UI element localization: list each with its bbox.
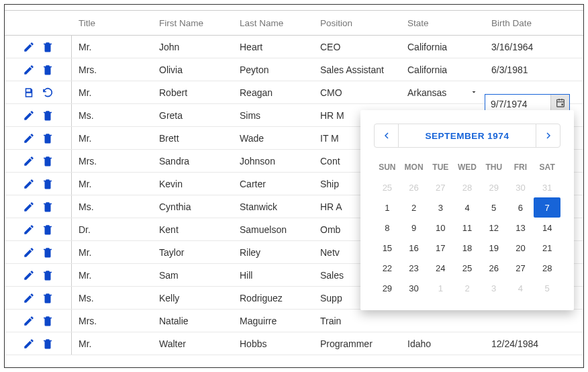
- calendar-day[interactable]: 6: [507, 197, 534, 218]
- calendar-day[interactable]: 15: [374, 238, 401, 258]
- calendar-day[interactable]: 2: [454, 278, 481, 298]
- edit-button[interactable]: [23, 109, 35, 122]
- app-frame: Title First Name Last Name Position Stat…: [4, 4, 584, 368]
- calendar-day[interactable]: 20: [507, 238, 534, 258]
- calendar-day[interactable]: 21: [534, 238, 560, 258]
- calendar-day[interactable]: 30: [507, 177, 534, 197]
- calendar-day[interactable]: 4: [507, 278, 534, 298]
- header-birth-date[interactable]: Birth Date: [485, 11, 575, 35]
- calendar-day[interactable]: 5: [534, 278, 560, 298]
- edit-button[interactable]: [23, 41, 35, 53]
- calendar-day[interactable]: 18: [454, 238, 481, 258]
- calendar-day[interactable]: 12: [481, 218, 507, 238]
- delete-button[interactable]: [42, 246, 54, 259]
- calendar-day[interactable]: 25: [454, 258, 481, 278]
- cell-state: Idaho: [401, 338, 485, 349]
- cell-first-name[interactable]: Robert: [152, 87, 233, 98]
- calendar-day[interactable]: 26: [481, 258, 507, 278]
- cell-title: Ms.: [72, 110, 152, 121]
- delete-button[interactable]: [42, 155, 54, 167]
- cell-title: Mr.: [72, 133, 152, 144]
- delete-button[interactable]: [42, 132, 54, 144]
- calendar-day[interactable]: 27: [427, 177, 454, 197]
- calendar-next-button[interactable]: [536, 124, 560, 147]
- calendar-prev-button[interactable]: [375, 124, 399, 147]
- delete-button[interactable]: [42, 109, 54, 122]
- edit-button[interactable]: [23, 201, 35, 213]
- calendar-day[interactable]: 17: [427, 238, 454, 258]
- calendar-day[interactable]: 1: [374, 197, 401, 218]
- edit-button[interactable]: [23, 338, 35, 350]
- calendar-day[interactable]: 3: [481, 278, 507, 298]
- header-state[interactable]: State: [401, 11, 485, 35]
- calendar-day[interactable]: 29: [374, 278, 401, 298]
- calendar-day[interactable]: 25: [374, 177, 401, 197]
- delete-button[interactable]: [42, 64, 54, 76]
- edit-button[interactable]: [23, 246, 35, 259]
- delete-button[interactable]: [42, 269, 54, 281]
- calendar-day[interactable]: 28: [454, 177, 481, 197]
- calendar-day[interactable]: 10: [427, 218, 454, 238]
- header-first-name[interactable]: First Name: [152, 11, 233, 35]
- delete-button[interactable]: [42, 224, 54, 236]
- delete-button[interactable]: [42, 338, 54, 350]
- calendar-day[interactable]: 24: [427, 258, 454, 278]
- edit-button[interactable]: [23, 224, 35, 236]
- header-title[interactable]: Title: [72, 11, 152, 35]
- calendar-day[interactable]: 13: [507, 218, 534, 238]
- grid-header-row: Title First Name Last Name Position Stat…: [5, 10, 583, 36]
- calendar-day[interactable]: 5: [481, 197, 507, 218]
- edit-button[interactable]: [23, 315, 35, 327]
- calendar-day[interactable]: 3: [427, 197, 454, 218]
- edit-button[interactable]: [23, 269, 35, 281]
- state-dropdown[interactable]: Arkansas: [407, 87, 485, 98]
- calendar-nav: SEPTEMBER 1974: [374, 124, 560, 148]
- calendar-day[interactable]: 27: [507, 258, 534, 278]
- header-position[interactable]: Position: [313, 11, 401, 35]
- header-last-name[interactable]: Last Name: [233, 11, 313, 35]
- edit-button[interactable]: [23, 64, 35, 76]
- row-actions: [5, 81, 72, 103]
- delete-button[interactable]: [42, 201, 54, 213]
- cell-position[interactable]: CMO: [313, 87, 401, 98]
- edit-button[interactable]: [23, 155, 35, 167]
- edit-button[interactable]: [23, 292, 35, 304]
- calendar-day[interactable]: 4: [454, 197, 481, 218]
- chevron-right-icon: [543, 130, 554, 141]
- calendar-day[interactable]: 11: [454, 218, 481, 238]
- calendar-day[interactable]: 29: [481, 177, 507, 197]
- cell-last-name: Hobbs: [233, 338, 313, 349]
- calendar-day[interactable]: 16: [401, 238, 428, 258]
- edit-button[interactable]: [23, 178, 35, 190]
- svg-rect-0: [556, 99, 564, 107]
- cell-title[interactable]: Mr.: [72, 87, 152, 98]
- calendar-day[interactable]: 23: [401, 258, 428, 278]
- calendar-day[interactable]: 31: [534, 177, 560, 197]
- calendar-day[interactable]: 1: [427, 278, 454, 298]
- table-row: Mr.RobertReaganCMOArkansas9/7/1974: [5, 81, 583, 104]
- calendar-week: 891011121314: [374, 218, 560, 238]
- delete-button[interactable]: [42, 41, 54, 53]
- calendar-day[interactable]: 28: [534, 258, 560, 278]
- calendar-day[interactable]: 2: [401, 197, 428, 218]
- calendar-title[interactable]: SEPTEMBER 1974: [399, 131, 536, 141]
- calendar-day[interactable]: 7: [534, 197, 560, 218]
- calendar-day[interactable]: 19: [481, 238, 507, 258]
- calendar-day[interactable]: 30: [401, 278, 428, 298]
- delete-button[interactable]: [42, 292, 54, 304]
- calendar-day[interactable]: 9: [401, 218, 428, 238]
- calendar-day[interactable]: 14: [534, 218, 560, 238]
- calendar-day[interactable]: 22: [374, 258, 401, 278]
- revert-button[interactable]: [42, 87, 54, 99]
- calendar-week: 25262728293031: [374, 177, 560, 197]
- calendar-day[interactable]: 8: [374, 218, 401, 238]
- delete-button[interactable]: [42, 178, 54, 190]
- cell-position: Programmer: [313, 338, 401, 349]
- cell-last-name[interactable]: Reagan: [233, 87, 313, 98]
- calendar-day[interactable]: 26: [401, 177, 428, 197]
- cell-state[interactable]: Arkansas: [401, 87, 485, 98]
- save-button[interactable]: [23, 87, 35, 99]
- delete-button[interactable]: [42, 315, 54, 327]
- cell-last-name: Heart: [233, 42, 313, 52]
- edit-button[interactable]: [23, 132, 35, 144]
